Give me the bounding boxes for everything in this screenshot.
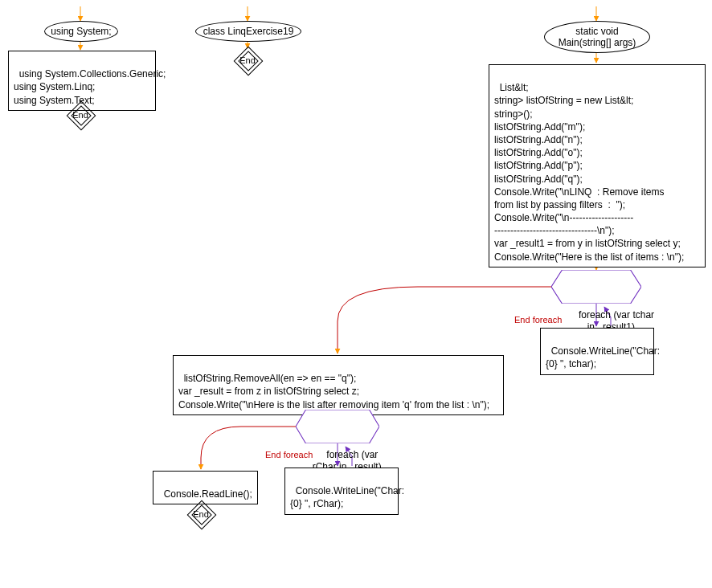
end-terminator-3: End	[189, 502, 213, 526]
loop-foreach-1: foreach (var tchar in _result1)	[551, 270, 641, 304]
end-terminator-1: End	[68, 103, 92, 127]
label-end-foreach-2: End foreach	[265, 450, 313, 459]
end-label: End	[68, 103, 92, 127]
process-main-body: List&lt; string> listOfString = new List…	[489, 64, 706, 267]
end-label: End	[235, 48, 260, 72]
label: Console.WriteLine("Char: {0} ", tchar);	[546, 345, 660, 370]
process-remove-all: listOfString.RemoveAll(en => en == "q");…	[173, 355, 504, 415]
process-readline: Console.ReadLine();	[153, 471, 258, 504]
label: Console.ReadLine();	[164, 488, 252, 500]
label: listOfString.RemoveAll(en => en == "q");…	[178, 373, 489, 410]
label: static void Main(string[] args)	[559, 26, 636, 49]
label-end-foreach-1: End foreach	[514, 315, 562, 325]
label: class LinqExercise19	[203, 26, 294, 37]
process-foreach2-body: Console.WriteLine("Char: {0} ", rChar);	[284, 468, 399, 515]
label: using System.Collections.Generic; using …	[14, 68, 166, 105]
process-foreach1-body: Console.WriteLine("Char: {0} ", tchar);	[540, 328, 654, 375]
end-terminator-2: End	[235, 48, 260, 72]
terminal-class: class LinqExercise19	[195, 21, 301, 42]
terminal-main: static void Main(string[] args)	[544, 21, 650, 53]
end-label: End	[189, 502, 213, 526]
terminal-using-system: using System;	[44, 21, 118, 42]
label: List&lt; string> listOfString = new List…	[494, 82, 684, 262]
label: Console.WriteLine("Char: {0} ", rChar);	[290, 485, 404, 509]
label: using System;	[51, 26, 111, 37]
loop-foreach-2: foreach (var rChar in _result)	[296, 410, 379, 443]
